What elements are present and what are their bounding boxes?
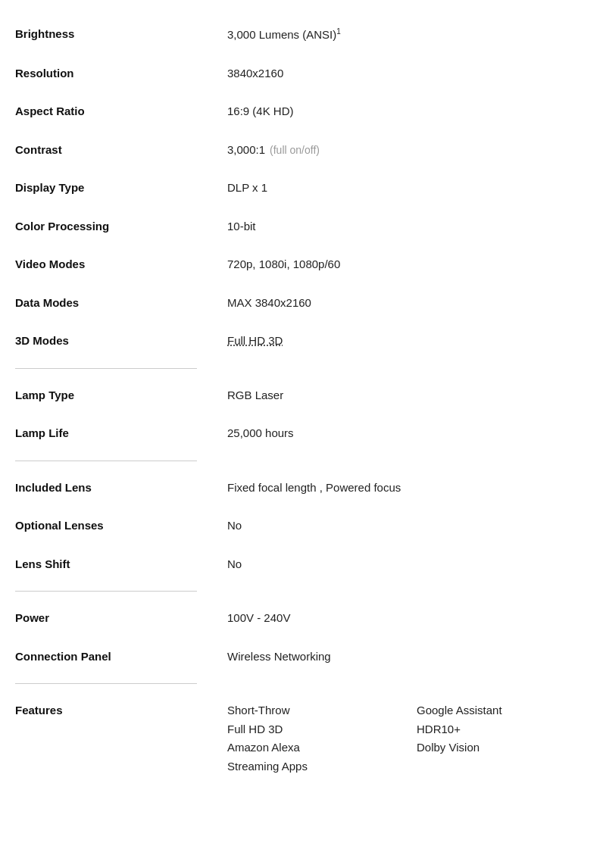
spec-row-3d-modes: 3D ModesFull HD 3D: [15, 322, 591, 361]
spec-container: Brightness3,000 Lumens (ANSI)1Resolution…: [15, 15, 591, 785]
lens-specs-section: Included LensFixed focal length , Powere…: [15, 469, 591, 600]
spec-value-power: 100V - 240V: [227, 610, 591, 627]
spec-row-video-modes: Video Modes720p, 1080i, 1080p/60: [15, 245, 591, 284]
spec-label-optional-lenses: Optional Lenses: [15, 517, 227, 535]
divider-row: [15, 453, 591, 469]
spec-row-brightness: Brightness3,000 Lumens (ANSI)1: [15, 15, 591, 55]
spec-row-features: FeaturesShort-ThrowFull HD 3DAmazon Alex…: [15, 692, 591, 785]
spec-label-features: Features: [15, 702, 227, 720]
spec-value-optional-lenses: No: [227, 517, 591, 535]
spec-label-3d-modes: 3D Modes: [15, 333, 227, 350]
spec-value-video-modes: 720p, 1080i, 1080p/60: [227, 256, 591, 273]
spec-row-aspect-ratio: Aspect Ratio16:9 (4K HD): [15, 92, 591, 131]
spec-value-lamp-type: RGB Laser: [227, 387, 591, 404]
features-item: Streaming Apps: [227, 758, 401, 776]
features-item: Full HD 3D: [227, 721, 401, 738]
spec-label-color-processing: Color Processing: [15, 218, 227, 236]
spec-value-included-lens: Fixed focal length , Powered focus: [227, 479, 591, 497]
spec-value-color-processing: 10-bit: [227, 218, 591, 236]
spec-row-lamp-type: Lamp TypeRGB Laser: [15, 376, 591, 415]
spec-value-display-type: DLP x 1: [227, 180, 591, 197]
spec-label-brightness: Brightness: [15, 26, 227, 43]
spec-label-included-lens: Included Lens: [15, 479, 227, 497]
spec-label-lamp-life: Lamp Life: [15, 425, 227, 442]
features-item: Dolby Vision: [417, 739, 591, 757]
spec-value-contrast: 3,000:1(full on/off): [227, 142, 591, 159]
divider-row: [15, 361, 591, 376]
features-col-2: Google AssistantHDR10+Dolby Vision: [417, 702, 591, 775]
section-divider: [15, 368, 197, 369]
spec-row-contrast: Contrast3,000:1(full on/off): [15, 131, 591, 170]
spec-label-contrast: Contrast: [15, 142, 227, 159]
spec-value-lamp-life: 25,000 hours: [227, 425, 591, 442]
spec-value-connection-panel: Wireless Networking: [227, 648, 591, 666]
spec-label-video-modes: Video Modes: [15, 256, 227, 273]
features-item: Amazon Alexa: [227, 739, 401, 757]
section-divider: [15, 683, 197, 684]
features-item: HDR10+: [417, 721, 591, 738]
spec-row-resolution: Resolution3840x2160: [15, 55, 591, 93]
divider-row: [15, 676, 591, 692]
spec-value-3d-modes: Full HD 3D: [227, 333, 591, 350]
main-specs-section: Brightness3,000 Lumens (ANSI)1Resolution…: [15, 15, 591, 376]
spec-value-features: Short-ThrowFull HD 3DAmazon AlexaStreami…: [227, 702, 591, 775]
features-col-1: Short-ThrowFull HD 3DAmazon AlexaStreami…: [227, 702, 401, 775]
spec-label-display-type: Display Type: [15, 180, 227, 197]
spec-row-included-lens: Included LensFixed focal length , Powere…: [15, 469, 591, 507]
spec-label-resolution: Resolution: [15, 65, 227, 83]
spec-row-lens-shift: Lens ShiftNo: [15, 545, 591, 584]
spec-label-power: Power: [15, 610, 227, 627]
section-divider: [15, 591, 197, 592]
spec-label-lens-shift: Lens Shift: [15, 556, 227, 573]
spec-value-aspect-ratio: 16:9 (4K HD): [227, 103, 591, 120]
spec-row-display-type: Display TypeDLP x 1: [15, 169, 591, 208]
spec-row-power: Power100V - 240V: [15, 599, 591, 638]
features-item: Short-Throw: [227, 702, 401, 720]
spec-row-color-processing: Color Processing10-bit: [15, 208, 591, 246]
spec-label-connection-panel: Connection Panel: [15, 648, 227, 666]
spec-value-lens-shift: No: [227, 556, 591, 573]
power-specs-section: Power100V - 240VConnection PanelWireless…: [15, 599, 591, 692]
spec-label-data-modes: Data Modes: [15, 295, 227, 312]
spec-row-lamp-life: Lamp Life25,000 hours: [15, 414, 591, 453]
spec-row-data-modes: Data ModesMAX 3840x2160: [15, 284, 591, 323]
divider-row: [15, 583, 591, 599]
spec-value-brightness: 3,000 Lumens (ANSI)1: [227, 26, 591, 44]
section-divider: [15, 461, 197, 461]
features-item: Google Assistant: [417, 702, 591, 720]
spec-label-lamp-type: Lamp Type: [15, 387, 227, 404]
spec-row-connection-panel: Connection PanelWireless Networking: [15, 638, 591, 676]
spec-value-data-modes: MAX 3840x2160: [227, 295, 591, 312]
spec-value-resolution: 3840x2160: [227, 65, 591, 83]
lamp-specs-section: Lamp TypeRGB LaserLamp Life25,000 hours: [15, 376, 591, 469]
spec-row-optional-lenses: Optional LensesNo: [15, 507, 591, 545]
spec-label-aspect-ratio: Aspect Ratio: [15, 103, 227, 120]
features-section: FeaturesShort-ThrowFull HD 3DAmazon Alex…: [15, 692, 591, 785]
